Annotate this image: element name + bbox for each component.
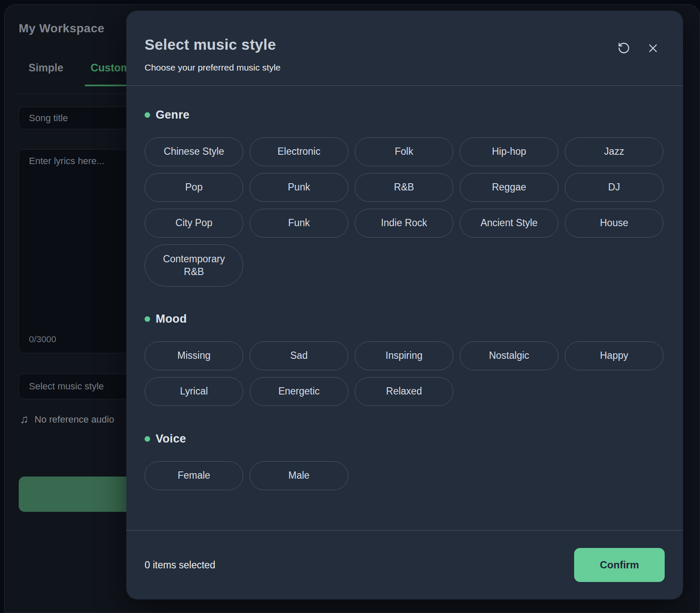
style-chip-reggae[interactable]: Reggae bbox=[460, 173, 558, 202]
style-chip-ancient-style[interactable]: Ancient Style bbox=[460, 209, 558, 238]
lyrics-textarea[interactable]: Enter lyrics here... 0/3000 bbox=[19, 149, 138, 353]
style-chip-chinese-style[interactable]: Chinese Style bbox=[145, 137, 243, 166]
tab-custom[interactable]: Custom bbox=[91, 62, 130, 74]
style-chip-contemporary-r-b[interactable]: Contemporary R&B bbox=[145, 244, 243, 287]
music-style-selector[interactable]: Select music style bbox=[19, 374, 138, 399]
style-chip-funk[interactable]: Funk bbox=[250, 209, 348, 238]
section-heading: Genre bbox=[145, 108, 665, 122]
page-title: My Workspace bbox=[19, 22, 105, 35]
chip-grid: MissingSadInspiringNostalgicHappyLyrical… bbox=[145, 341, 665, 406]
style-chip-city-pop[interactable]: City Pop bbox=[145, 209, 243, 238]
style-chip-house[interactable]: House bbox=[565, 209, 663, 238]
section-voice: VoiceFemaleMale bbox=[145, 432, 665, 490]
dialog-body: GenreChinese StyleElectronicFolkHip-hopJ… bbox=[126, 86, 683, 530]
style-chip-sad[interactable]: Sad bbox=[250, 341, 348, 370]
bullet-dot-icon bbox=[145, 316, 150, 322]
style-chip-dj[interactable]: DJ bbox=[565, 173, 663, 202]
reference-audio-row: ♫ No reference audio bbox=[20, 414, 114, 425]
style-chip-missing[interactable]: Missing bbox=[145, 341, 243, 370]
style-chip-female[interactable]: Female bbox=[145, 461, 243, 490]
reset-button[interactable] bbox=[615, 40, 632, 57]
music-note-icon: ♫ bbox=[20, 414, 28, 425]
section-label: Voice bbox=[156, 432, 186, 446]
bullet-dot-icon bbox=[145, 436, 150, 442]
chip-grid: Chinese StyleElectronicFolkHip-hopJazzPo… bbox=[145, 137, 665, 287]
confirm-button[interactable]: Confirm bbox=[574, 548, 665, 582]
active-tab-indicator bbox=[85, 85, 132, 86]
tab-simple[interactable]: Simple bbox=[28, 62, 63, 74]
style-chip-lyrical[interactable]: Lyrical bbox=[145, 377, 243, 406]
style-chip-energetic[interactable]: Energetic bbox=[250, 377, 348, 406]
song-title-placeholder: Song title bbox=[29, 113, 68, 124]
style-chip-r-b[interactable]: R&B bbox=[355, 173, 453, 202]
dialog-subtitle: Choose your preferred music style bbox=[145, 62, 281, 73]
close-icon bbox=[647, 43, 659, 54]
style-chip-inspiring[interactable]: Inspiring bbox=[355, 341, 453, 370]
generate-button[interactable] bbox=[19, 477, 138, 512]
style-chip-indie-rock[interactable]: Indie Rock bbox=[355, 209, 453, 238]
style-chip-relaxed[interactable]: Relaxed bbox=[355, 377, 453, 406]
style-chip-male[interactable]: Male bbox=[250, 461, 348, 490]
section-label: Genre bbox=[156, 108, 190, 122]
bullet-dot-icon bbox=[145, 112, 150, 118]
song-title-input[interactable]: Song title bbox=[19, 107, 138, 129]
character-counter: 0/3000 bbox=[29, 334, 56, 344]
style-chip-hip-hop[interactable]: Hip-hop bbox=[460, 137, 558, 166]
selected-count: 0 items selected bbox=[145, 559, 215, 571]
section-genre: GenreChinese StyleElectronicFolkHip-hopJ… bbox=[145, 108, 665, 287]
dialog-title: Select music style bbox=[145, 36, 276, 53]
close-button[interactable] bbox=[644, 40, 661, 57]
section-heading: Voice bbox=[145, 432, 665, 446]
lyrics-placeholder: Enter lyrics here... bbox=[29, 156, 104, 167]
select-music-style-dialog: Select music style Choose your preferred… bbox=[126, 11, 683, 599]
chip-grid: FemaleMale bbox=[145, 461, 665, 490]
style-chip-pop[interactable]: Pop bbox=[145, 173, 243, 202]
style-chip-electronic[interactable]: Electronic bbox=[250, 137, 348, 166]
style-chip-folk[interactable]: Folk bbox=[355, 137, 453, 166]
rotate-ccw-icon bbox=[617, 42, 630, 54]
dialog-footer: 0 items selected Confirm bbox=[126, 530, 683, 599]
reference-audio-label: No reference audio bbox=[34, 414, 114, 425]
style-chip-happy[interactable]: Happy bbox=[565, 341, 663, 370]
section-label: Mood bbox=[156, 312, 187, 326]
style-chip-nostalgic[interactable]: Nostalgic bbox=[460, 341, 558, 370]
style-chip-punk[interactable]: Punk bbox=[250, 173, 348, 202]
style-chip-jazz[interactable]: Jazz bbox=[565, 137, 663, 166]
section-heading: Mood bbox=[145, 312, 665, 326]
section-mood: MoodMissingSadInspiringNostalgicHappyLyr… bbox=[145, 312, 665, 406]
music-style-placeholder: Select music style bbox=[29, 381, 104, 392]
